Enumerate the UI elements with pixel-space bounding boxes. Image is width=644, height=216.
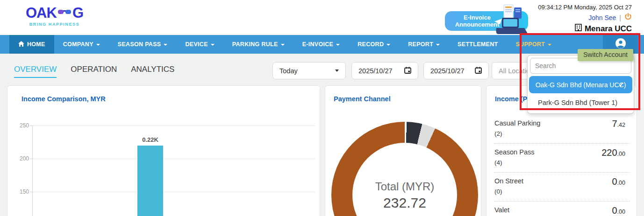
- tab-operation[interactable]: OPERATION: [71, 65, 117, 78]
- date-range-select[interactable]: Today: [272, 62, 346, 79]
- account-option-park-g[interactable]: Park-G Sdn Bhd (Tower 1): [529, 94, 632, 111]
- nav-item-e-invoice[interactable]: E-INVOICE: [293, 35, 349, 54]
- einvoice-announcement-button[interactable]: E-Invoice Announcement: [445, 11, 528, 31]
- y-tick-label: 200: [15, 155, 29, 162]
- income-row-valet: Valet (0) 0.00: [494, 202, 630, 216]
- payment-channel-card: Payment Channel Total (MYR) 232.72: [325, 85, 481, 216]
- nav-item-record[interactable]: RECORD: [349, 35, 399, 54]
- dashboard-tabs: OVERVIEW OPERATION ANALYTICS: [14, 65, 174, 78]
- y-tick-label: 250: [15, 122, 29, 129]
- income-row-casual-parking: Casual Parking (2) 7.42: [494, 115, 630, 144]
- building-icon: [575, 24, 582, 34]
- current-site-name: Menara UCC: [585, 24, 632, 34]
- nav-item-device[interactable]: DEVICE: [176, 35, 223, 54]
- income-row-on-street: On Street (0) 0.00: [494, 173, 630, 202]
- calendar-icon: [475, 67, 482, 75]
- income-value: 7.42: [612, 118, 625, 129]
- income-breakdown-list: Casual Parking (2) 7.42 Season Pass (4) …: [487, 115, 637, 216]
- date-from-input[interactable]: 2025/10/27: [351, 62, 418, 79]
- logo-tagline: BRING HAPPINESS: [26, 22, 83, 27]
- bar-value-label: 0.22K: [137, 136, 163, 143]
- chevron-down-icon: [386, 44, 390, 46]
- home-icon: [18, 41, 24, 48]
- account-option-oak-g[interactable]: Oak-G Sdn Bhd (Menara UCC) ✓: [529, 76, 632, 93]
- logout-power-icon[interactable]: [624, 13, 632, 22]
- y-axis-line: [32, 125, 33, 216]
- user-name-link[interactable]: John See: [588, 14, 616, 21]
- income-comparison-card: Income Comparison, MYR 250 200 150 0.22K: [7, 85, 320, 216]
- app-logo: OAK G BRING HAPPINESS: [26, 5, 83, 27]
- nav-item-report[interactable]: REPORT: [399, 35, 449, 54]
- y-tick-label: 150: [15, 188, 29, 195]
- chevron-down-icon: [548, 44, 551, 46]
- income-value: 0.00: [612, 176, 625, 187]
- date-to-input[interactable]: 2025/10/27: [423, 62, 489, 79]
- donut-center-label: Total (MYR) 232.72: [331, 180, 478, 211]
- card-title: Income Comparison, MYR: [21, 95, 106, 103]
- sunglasses-icon: [57, 8, 72, 18]
- nav-item-home[interactable]: HOME: [9, 35, 54, 54]
- nav-item-parking-rule[interactable]: PARKING RULE: [223, 35, 293, 54]
- chevron-down-icon: [336, 44, 340, 46]
- switch-account-dropdown: Oak-G Sdn Bhd (Menara UCC) ✓ Park-G Sdn …: [527, 55, 634, 114]
- nav-item-settlement[interactable]: SETTLEMENT: [449, 35, 507, 54]
- chevron-down-icon: [96, 44, 100, 46]
- nav-item-support[interactable]: SUPPORT: [507, 35, 560, 54]
- main-navbar: HOME COMPANY SEASON PASS DEVICE PARKING …: [0, 35, 644, 54]
- current-datetime: 09:34:12 PM Monday, 2025 Oct 27: [538, 4, 632, 11]
- income-row-season-pass: Season Pass (4) 220.00: [494, 144, 630, 173]
- chevron-down-icon: [335, 70, 339, 72]
- header: OAK G BRING HAPPINESS E-Invoice Announce…: [0, 0, 644, 35]
- chevron-down-icon: [436, 44, 440, 46]
- chevron-down-icon: [164, 44, 167, 46]
- logo-text-left: OAK: [26, 5, 57, 21]
- card-title: Payment Channel: [334, 95, 391, 103]
- income-value: 220.00: [601, 147, 625, 158]
- check-icon: ✓: [619, 81, 624, 88]
- income-bar[interactable]: [137, 146, 163, 216]
- tab-analytics[interactable]: ANALYTICS: [131, 65, 174, 78]
- income-value: 0.00: [612, 205, 625, 216]
- nav-item-company[interactable]: COMPANY: [54, 35, 109, 54]
- calendar-icon: [404, 67, 411, 75]
- chevron-down-icon: [281, 44, 285, 46]
- einvoice-laptop-illustration: [490, 4, 530, 38]
- payment-channel-donut[interactable]: Total (MYR) 232.72: [331, 122, 478, 216]
- switch-account-tooltip: Switch Account: [578, 49, 633, 61]
- separator: |: [619, 14, 621, 21]
- tab-overview[interactable]: OVERVIEW: [14, 65, 57, 78]
- nav-item-season-pass[interactable]: SEASON PASS: [109, 35, 177, 54]
- logo-text-right: G: [72, 5, 83, 21]
- chevron-down-icon: [211, 44, 215, 46]
